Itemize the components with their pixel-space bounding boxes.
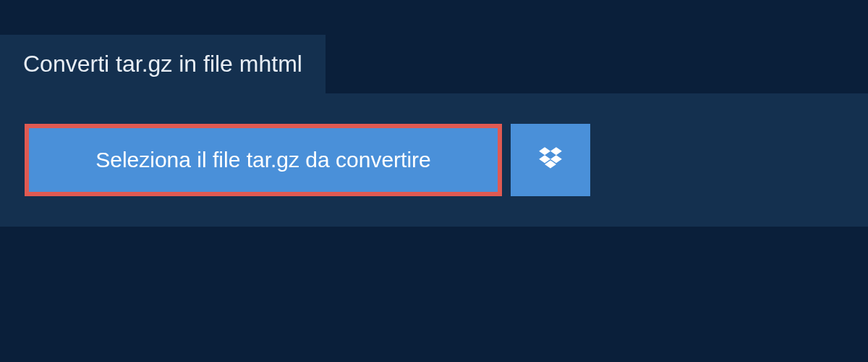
select-file-button[interactable]: Seleziona il file tar.gz da convertire <box>25 124 502 196</box>
upload-section: Seleziona il file tar.gz da convertire <box>0 93 868 227</box>
page-title: Converti tar.gz in file mhtml <box>23 51 302 77</box>
page-title-tab: Converti tar.gz in file mhtml <box>0 35 326 93</box>
dropbox-button[interactable] <box>511 124 590 196</box>
dropbox-icon <box>537 145 564 175</box>
select-file-label: Seleziona il file tar.gz da convertire <box>95 148 431 172</box>
button-row: Seleziona il file tar.gz da convertire <box>25 124 843 196</box>
